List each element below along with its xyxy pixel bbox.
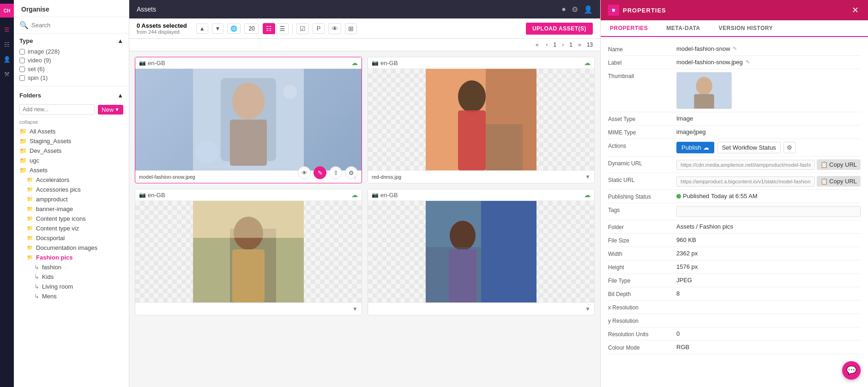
- sidebar-icon-filter[interactable]: ☷: [0, 38, 13, 51]
- asset-img-container-0[interactable]: [135, 69, 362, 170]
- dynamic-url-input[interactable]: [676, 160, 815, 170]
- tab-version-history[interactable]: VERSION HISTORY: [710, 20, 783, 37]
- folder-ugc[interactable]: 📁 ugc: [14, 156, 129, 165]
- prop-height-label: Height: [608, 263, 673, 271]
- static-url-input[interactable]: [676, 176, 815, 187]
- properties-panel: ■ PROPERTIES ✕ PROPERTIES META-DATA VERS…: [600, 0, 868, 387]
- folder-all-assets[interactable]: 📁 All Assets: [14, 127, 129, 136]
- upload-btn[interactable]: UPLOAD ASSET(S): [526, 23, 593, 35]
- tags-input[interactable]: [676, 206, 861, 217]
- filter-item-set: set (6): [19, 65, 123, 73]
- subfolder-accelerators[interactable]: 📁 Accelerators: [14, 175, 129, 185]
- label-edit-icon[interactable]: ✎: [746, 59, 750, 65]
- subfolder-docsportal[interactable]: 📁 Docsportal: [14, 233, 129, 243]
- name-edit-icon[interactable]: ✎: [733, 46, 737, 52]
- page-total: 13: [587, 42, 593, 48]
- folder-dev-assets[interactable]: 📁 Dev_Assets: [14, 146, 129, 156]
- asset-img-container-1[interactable]: [368, 69, 594, 170]
- settings-icon[interactable]: ⚙: [572, 5, 578, 14]
- subfolder-fashion-child[interactable]: ↳ fashion: [14, 262, 129, 272]
- actions-gear-btn[interactable]: ⚙: [784, 142, 796, 153]
- publish-btn[interactable]: Publish ☁: [676, 142, 714, 153]
- eye-btn[interactable]: 👁: [328, 23, 341, 34]
- subfolder-living-label: Living room: [42, 283, 73, 290]
- prop-colour-mode-value: RGB: [676, 344, 861, 351]
- subfolder-ampproduct[interactable]: 📁 ampproduct: [14, 194, 129, 204]
- asset-card-1[interactable]: 📷 en-GB ☁ red-dress.jpg ▼: [368, 57, 595, 183]
- asset-img-2: [135, 201, 362, 302]
- collapse-link[interactable]: collapse: [14, 118, 129, 126]
- toolbar-controls: ▲ ▼ 🌐 20 ☷ ☰ ☑ P 👁 ⊞: [196, 23, 357, 34]
- filter-checkbox-video[interactable]: [19, 58, 25, 63]
- asset-chevron-2[interactable]: ▼: [352, 306, 358, 312]
- workflow-btn[interactable]: Set Workflow Status: [717, 142, 781, 153]
- add-new-input[interactable]: [19, 104, 95, 115]
- folder-assets-icon: 📁: [19, 167, 27, 174]
- folder-staging-assets[interactable]: 📁 Staging_Assets: [14, 136, 129, 146]
- asset-img-container-2[interactable]: [135, 201, 362, 302]
- subfolder-content-type-viz[interactable]: 📁 Content type viz: [14, 224, 129, 233]
- subfolder-accessories-pics[interactable]: 📁 Accessories pics: [14, 185, 129, 194]
- filter-checkbox-image[interactable]: [19, 49, 25, 54]
- subfolder-banner-image[interactable]: 📁 banner-image: [14, 204, 129, 214]
- new-button[interactable]: New ▼: [98, 105, 123, 115]
- type-filter-header[interactable]: Type ▲: [19, 37, 123, 44]
- subfolder-banner-label: banner-image: [36, 206, 73, 212]
- p-btn[interactable]: P: [313, 23, 325, 34]
- asset-img-container-3[interactable]: [368, 201, 594, 302]
- page-of: 1: [569, 42, 573, 48]
- filter-label-video: video (9): [28, 57, 51, 64]
- dynamic-copy-url-btn[interactable]: 📋 Copy URL: [817, 159, 861, 170]
- tab-properties[interactable]: PROPERTIES: [601, 20, 657, 37]
- help-icon[interactable]: ●: [561, 5, 566, 14]
- overlay-view-btn-0[interactable]: 👁: [298, 166, 311, 179]
- prop-dynamic-url-value: 📋 Copy URL: [676, 159, 861, 170]
- globe-btn[interactable]: 🌐: [227, 24, 241, 34]
- sort-down-btn[interactable]: ▼: [212, 24, 224, 34]
- sidebar-icon-users[interactable]: 👤: [0, 53, 13, 66]
- page-next[interactable]: ›: [560, 41, 566, 49]
- subfolder-kids[interactable]: ↳ Kids: [14, 272, 129, 282]
- search-input[interactable]: [31, 22, 123, 29]
- asset-card-3[interactable]: 📷 en-GB ☁ ▼: [368, 189, 595, 315]
- overlay-edit-btn-0[interactable]: ✎: [313, 166, 326, 179]
- static-copy-url-btn[interactable]: 📋 Copy URL: [817, 176, 861, 187]
- subfolder-content-type-icons[interactable]: 📁 Content type icons: [14, 214, 129, 224]
- overlay-upload-btn-0[interactable]: ⇧: [329, 166, 342, 179]
- grid-view-btn[interactable]: ☷: [263, 23, 275, 34]
- close-panel-btn[interactable]: ✕: [850, 5, 861, 15]
- asset-card-0[interactable]: 📷 en-GB ☁ 👁 ✎ ⇧: [135, 57, 362, 183]
- check-btn[interactable]: ☑: [296, 23, 309, 34]
- extra-grid-btn[interactable]: ⊞: [345, 23, 357, 34]
- sidebar-icon-assets[interactable]: ☰: [0, 23, 13, 36]
- chat-bubble-btn[interactable]: 💬: [842, 361, 861, 380]
- locale-text-0: en-GB: [148, 60, 165, 67]
- subfolder-documentation-images[interactable]: 📁 Documentation images: [14, 243, 129, 253]
- sidebar-icon-tools[interactable]: ⚒: [0, 67, 13, 80]
- svg-rect-23: [426, 247, 481, 302]
- colour-mode-text: RGB: [676, 344, 689, 351]
- asset-chevron-3[interactable]: ▼: [585, 306, 591, 312]
- prop-label-value: model-fashion-snow.jpeg ✎: [676, 59, 861, 66]
- subfolder-living-room[interactable]: ↳ Living room: [14, 282, 129, 291]
- asset-chevron-1[interactable]: ▼: [585, 174, 591, 180]
- sort-up-btn[interactable]: ▲: [196, 24, 208, 34]
- list-view-btn[interactable]: ☰: [276, 23, 289, 34]
- prop-y-res-label: y Resolution: [608, 317, 673, 324]
- page-first[interactable]: «: [534, 41, 541, 49]
- page-prev[interactable]: ‹: [544, 41, 550, 49]
- prop-file-size-value: 960 KB: [676, 236, 861, 243]
- folder-assets[interactable]: 📁 Assets: [14, 165, 129, 175]
- filter-checkbox-spin[interactable]: [19, 75, 25, 81]
- person-icon[interactable]: 👤: [584, 5, 593, 14]
- asset-card-2[interactable]: 📷 en-GB ☁ ▼: [135, 189, 362, 315]
- search-box: 🔍: [14, 17, 129, 34]
- page-last[interactable]: »: [576, 41, 583, 49]
- filter-checkbox-set[interactable]: [19, 67, 25, 72]
- overlay-settings-btn-0[interactable]: ⚙: [345, 166, 358, 179]
- subfolder-accelerators-label: Accelerators: [36, 176, 69, 183]
- subfolder-mens[interactable]: ↳ Mens: [14, 291, 129, 301]
- prop-file-type: File Type JPEG: [608, 274, 861, 287]
- tab-meta-data[interactable]: META-DATA: [657, 20, 709, 37]
- subfolder-fashion-pics[interactable]: 📁 Fashion pics: [14, 253, 129, 262]
